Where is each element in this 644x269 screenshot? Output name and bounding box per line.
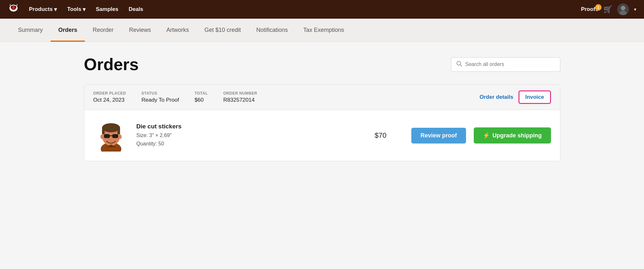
order-status-label: STATUS <box>142 91 179 96</box>
svg-point-3 <box>14 6 16 8</box>
main-content: Orders ORDER PLACED Oct 24, 2023 STATUS … <box>71 42 573 269</box>
nav-deals[interactable]: Deals <box>124 4 148 15</box>
page-title: Orders <box>84 55 139 74</box>
order-number-label: ORDER NUMBER <box>223 91 257 96</box>
order-item-row: Die cut stickers Size: 3″ × 2.69″ Quanti… <box>84 110 560 161</box>
order-card: ORDER PLACED Oct 24, 2023 STATUS Ready T… <box>84 84 560 161</box>
tab-reorder[interactable]: Reorder <box>85 19 121 42</box>
nav-items: Products ▾ Tools ▾ Samples Deals <box>24 4 148 15</box>
chevron-down-icon: ▾ <box>83 6 86 13</box>
order-number-item: ORDER NUMBER R832572014 <box>223 91 257 103</box>
order-total-value: $60 <box>194 97 208 103</box>
search-input[interactable] <box>465 61 555 67</box>
upgrade-shipping-button[interactable]: ⚡ Upgrade shipping <box>474 127 551 144</box>
svg-rect-17 <box>104 134 110 138</box>
search-icon <box>456 61 462 68</box>
svg-rect-14 <box>117 128 120 134</box>
nav-samples[interactable]: Samples <box>91 4 123 15</box>
order-placed-label: ORDER PLACED <box>93 91 126 96</box>
tab-tax-exemptions[interactable]: Tax Exemptions <box>295 19 352 42</box>
page-header: Orders <box>84 55 560 74</box>
tab-summary[interactable]: Summary <box>10 19 51 42</box>
product-name: Die cut stickers <box>136 123 360 130</box>
chevron-down-icon: ▾ <box>54 6 57 13</box>
product-info: Die cut stickers Size: 3″ × 2.69″ Quanti… <box>136 123 360 148</box>
nav-left: Products ▾ Tools ▾ Samples Deals <box>8 3 148 16</box>
proofs-button[interactable]: Proofs 1 <box>581 6 598 13</box>
product-image <box>93 118 129 153</box>
order-header-actions: Order details Invoice <box>480 90 551 104</box>
tab-artworks[interactable]: Artworks <box>159 19 197 42</box>
svg-point-16 <box>118 134 122 139</box>
secondary-navigation: Summary Orders Reorder Reviews Artworks … <box>0 19 644 42</box>
order-total-item: TOTAL $60 <box>194 91 208 103</box>
svg-point-15 <box>100 134 104 139</box>
cart-icon[interactable]: 🛒 <box>603 5 612 14</box>
order-header: ORDER PLACED Oct 24, 2023 STATUS Ready T… <box>84 85 560 110</box>
svg-rect-13 <box>102 128 105 134</box>
order-number-value: R832572014 <box>223 97 257 103</box>
user-dropdown-icon[interactable]: ▾ <box>634 7 636 12</box>
product-price: $70 <box>368 131 393 140</box>
nav-tools[interactable]: Tools ▾ <box>63 4 90 15</box>
svg-rect-18 <box>112 134 118 138</box>
order-details-link[interactable]: Order details <box>480 94 513 100</box>
nav-right: Proofs 1 🛒 ▾ <box>581 4 636 15</box>
svg-point-2 <box>11 6 13 8</box>
nav-products[interactable]: Products ▾ <box>24 4 61 15</box>
tab-credit[interactable]: Get $10 credit <box>197 19 248 42</box>
tab-orders[interactable]: Orders <box>51 19 85 42</box>
product-quantity: Quantity: 50 <box>136 140 360 148</box>
top-navigation: Products ▾ Tools ▾ Samples Deals Proofs … <box>0 0 644 19</box>
order-total-label: TOTAL <box>194 91 208 96</box>
tab-notifications[interactable]: Notifications <box>248 19 295 42</box>
order-status-item: STATUS Ready To Proof <box>142 91 179 103</box>
order-status-value: Ready To Proof <box>142 97 179 103</box>
search-box <box>451 57 560 72</box>
review-proof-button[interactable]: Review proof <box>411 128 466 144</box>
tab-reviews[interactable]: Reviews <box>121 19 159 42</box>
lightning-icon: ⚡ <box>483 132 490 139</box>
user-avatar[interactable] <box>617 4 629 15</box>
order-placed-value: Oct 24, 2023 <box>93 97 126 103</box>
proofs-badge: 1 <box>595 4 602 11</box>
product-size: Size: 3″ × 2.69″ <box>136 131 360 140</box>
svg-point-5 <box>621 6 625 10</box>
logo[interactable] <box>8 3 19 16</box>
invoice-button[interactable]: Invoice <box>518 90 551 104</box>
order-placed-item: ORDER PLACED Oct 24, 2023 <box>93 91 126 103</box>
svg-point-12 <box>102 123 120 132</box>
svg-line-8 <box>460 65 462 66</box>
